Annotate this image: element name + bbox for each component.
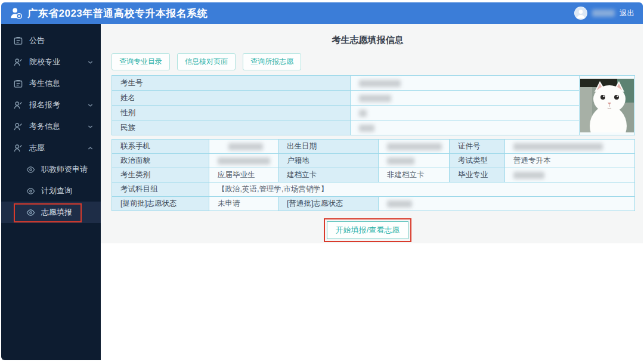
start-fill-view-preferences-button[interactable]: 开始填报/查看志愿 — [327, 221, 409, 239]
field-label: [提前批]志愿状态 — [112, 197, 209, 211]
page-title: 考生志愿填报信息 — [107, 35, 628, 46]
sidebar-item-colleges-majors[interactable]: 院校专业 — [1, 51, 101, 73]
person-icon — [13, 100, 23, 110]
field-value-redacted — [351, 120, 580, 135]
info-check-page-button[interactable]: 信息核对页面 — [177, 53, 236, 70]
white-cat-photo — [580, 79, 634, 132]
announcement-icon — [13, 79, 23, 89]
sidebar-subitem-preference-filling[interactable]: 志愿填报 — [1, 202, 101, 223]
field-value-redacted — [209, 154, 278, 168]
field-value: 【政治,英语,管理学,市场营销学】 — [209, 182, 635, 197]
chevron-down-icon — [87, 123, 94, 130]
sidebar-item-exam-affairs[interactable]: 考务信息 — [1, 116, 101, 137]
sidebar-subitem-label: 计划查询 — [41, 185, 72, 196]
field-label: 民族 — [112, 120, 351, 135]
field-value-redacted — [379, 197, 635, 211]
header-user-area: 退出 — [574, 7, 634, 20]
content-shell: 公告 院校专业 — [1, 24, 643, 360]
table-row: 考试科目组 【政治,英语,管理学,市场营销学】 — [112, 182, 635, 197]
header-bar: 广东省2023年普通高校专升本报名系统 退出 — [1, 2, 643, 24]
table-row: 民族 — [112, 120, 635, 135]
table-row: 考生号 — [112, 76, 635, 91]
sidebar-item-label: 志愿 — [29, 143, 45, 153]
app-window: 广东省2023年普通高校专升本报名系统 退出 — [1, 2, 643, 360]
avatar[interactable] — [574, 7, 587, 20]
query-submitted-preferences-button[interactable]: 查询所报志愿 — [243, 53, 301, 70]
user-add-logo-icon — [10, 7, 23, 20]
sidebar-subitem-vocational-teacher-application[interactable]: 职教师资申请 — [1, 159, 101, 180]
field-value-redacted — [505, 140, 635, 154]
field-label: 性别 — [112, 106, 351, 120]
field-value-redacted — [351, 106, 580, 120]
app-title: 广东省2023年普通高校专升本报名系统 — [27, 7, 208, 20]
table-row: 政治面貌 户籍地 考试类型 普通专升本 — [112, 154, 635, 168]
field-value-redacted — [379, 154, 450, 168]
sidebar-item-preferences[interactable]: 志愿 — [1, 137, 101, 159]
field-label: [普通批]志愿状态 — [278, 197, 379, 211]
sidebar-item-label: 院校专业 — [29, 57, 60, 67]
eye-icon — [26, 187, 35, 196]
sidebar-item-label: 报名报考 — [29, 100, 60, 110]
field-value: 普通专升本 — [505, 154, 635, 168]
person-icon — [13, 57, 23, 67]
toolbar: 查询专业目录 信息核对页面 查询所报志愿 — [112, 53, 628, 70]
action-row: 开始填报/查看志愿 — [107, 218, 628, 242]
field-value-redacted — [351, 76, 580, 91]
field-value-redacted — [209, 140, 278, 154]
field-label: 考生类别 — [112, 168, 209, 182]
person-icon — [13, 143, 23, 153]
sidebar-subitem-plan-query[interactable]: 计划查询 — [1, 180, 101, 202]
field-value: 应届毕业生 — [209, 168, 278, 182]
main-area: 考生志愿填报信息 查询专业目录 信息核对页面 查询所报志愿 考生号 — [101, 24, 643, 360]
table-row: 考生类别 应届毕业生 建档立卡 非建档立卡 毕业专业 — [112, 168, 635, 182]
detail-table: 联系手机 出生日期 证件号 政治面貌 户籍地 考试类型 普通专升本 — [112, 139, 635, 211]
red-annotation-box-button: 开始填报/查看志愿 — [324, 218, 412, 242]
field-value-redacted — [351, 91, 580, 106]
field-value: 非建档立卡 — [379, 168, 450, 182]
sidebar-item-label: 公告 — [29, 35, 45, 46]
eye-icon — [26, 208, 35, 217]
field-label: 姓名 — [112, 91, 351, 106]
table-row: 姓名 — [112, 91, 635, 106]
table-row: 性别 — [112, 106, 635, 120]
sidebar-item-label: 考生信息 — [29, 78, 60, 89]
sidebar: 公告 院校专业 — [1, 24, 101, 360]
sidebar-subitem-label: 职教师资申请 — [41, 164, 88, 175]
field-label: 毕业专业 — [450, 168, 505, 182]
field-label: 出生日期 — [278, 140, 379, 154]
announcement-icon — [13, 36, 23, 46]
sidebar-subitem-label: 志愿填报 — [41, 207, 72, 218]
field-label: 户籍地 — [278, 154, 379, 168]
field-label: 联系手机 — [112, 140, 209, 154]
chevron-up-icon — [87, 145, 94, 151]
username-redacted — [592, 10, 615, 17]
applicant-photo-cell — [580, 76, 635, 135]
field-label: 考生号 — [112, 76, 351, 91]
profile-table: 考生号 — [112, 75, 635, 135]
sidebar-item-registration[interactable]: 报名报考 — [1, 94, 101, 116]
field-label: 考试类型 — [450, 154, 505, 168]
chevron-down-icon — [87, 102, 94, 109]
field-label: 证件号 — [450, 140, 505, 154]
field-label: 考试科目组 — [112, 182, 209, 197]
query-major-catalog-button[interactable]: 查询专业目录 — [112, 53, 170, 70]
field-value-redacted — [379, 140, 450, 154]
table-row: [提前批]志愿状态 未申请 [普通批]志愿状态 — [112, 197, 635, 211]
field-label: 建档立卡 — [278, 168, 379, 182]
field-label: 政治面貌 — [112, 154, 209, 168]
eye-icon — [26, 165, 35, 174]
sidebar-item-candidate-info[interactable]: 考生信息 — [1, 73, 101, 94]
table-row: 联系手机 出生日期 证件号 — [112, 140, 635, 154]
chevron-down-icon — [87, 59, 94, 66]
content-panel: 考生志愿填报信息 查询专业目录 信息核对页面 查询所报志愿 考生号 — [101, 24, 643, 243]
logout-button[interactable]: 退出 — [620, 8, 634, 18]
sidebar-item-announcements[interactable]: 公告 — [1, 30, 101, 51]
field-value-redacted — [505, 168, 635, 182]
sidebar-item-label: 考务信息 — [29, 121, 60, 132]
person-icon — [13, 122, 23, 132]
field-value: 未申请 — [209, 197, 278, 211]
